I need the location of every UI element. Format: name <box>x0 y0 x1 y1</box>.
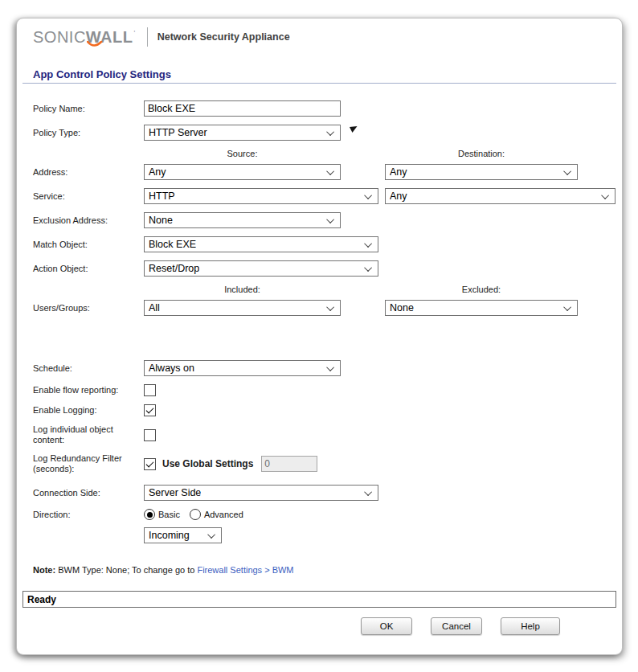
action-object-value: Reset/Drop <box>149 263 199 274</box>
chevron-down-icon <box>364 488 372 496</box>
form-row-policy-type: Policy Type: HTTP Server <box>33 125 622 141</box>
users-groups-included-select[interactable]: All <box>144 300 341 316</box>
users-groups-included-value: All <box>149 302 160 313</box>
mouse-cursor-icon <box>350 126 358 134</box>
chevron-down-icon <box>326 128 334 136</box>
connection-side-value: Server Side <box>149 487 201 498</box>
direction-select[interactable]: Incoming <box>144 527 222 543</box>
direction-value: Incoming <box>149 530 190 541</box>
enable-logging-label: Enable Logging: <box>33 405 144 416</box>
connection-side-label: Connection Side: <box>33 488 144 498</box>
log-redundancy-filter-input[interactable] <box>261 456 317 472</box>
use-global-settings-checkbox[interactable] <box>144 458 156 470</box>
form-row-enable-flow-reporting: Enable flow reporting: <box>33 384 622 396</box>
form-row-action-object: Action Object: Reset/Drop <box>33 260 622 277</box>
chevron-down-icon <box>364 191 372 199</box>
chevron-down-icon <box>364 240 372 248</box>
advanced-radio[interactable] <box>190 509 201 520</box>
form-row-match-object: Match Object: Block EXE <box>33 236 622 252</box>
form-row-schedule: Schedule: Always on <box>33 360 622 376</box>
address-label: Address: <box>33 167 144 178</box>
chevron-down-icon <box>326 215 334 223</box>
users-groups-excluded-select[interactable]: None <box>385 300 578 316</box>
direction-option-basic[interactable]: Basic <box>144 509 180 520</box>
advanced-radio-label: Advanced <box>204 510 243 519</box>
enable-flow-reporting-label: Enable flow reporting: <box>33 385 144 395</box>
chevron-down-icon <box>563 303 571 311</box>
basic-radio[interactable] <box>144 509 155 520</box>
schedule-select[interactable]: Always on <box>144 360 341 376</box>
chevron-down-icon <box>326 303 334 311</box>
ok-button[interactable]: OK <box>361 617 412 635</box>
form-row-enable-logging: Enable Logging: <box>33 404 622 416</box>
policy-type-label: Policy Type: <box>33 128 144 138</box>
note-text: BWM Type: None; To change go to <box>55 565 197 575</box>
chevron-down-icon <box>326 167 334 175</box>
form-row-exclusion-address: Exclusion Address: None <box>33 212 622 228</box>
match-object-label: Match Object: <box>33 240 144 250</box>
source-column-header: Source: <box>144 149 341 158</box>
service-destination-select[interactable]: Any <box>385 188 616 204</box>
logo-text-wall: WALL <box>86 28 133 47</box>
bwm-note: Note: BWM Type: None; To change go to Fi… <box>33 565 622 575</box>
check-icon <box>146 406 154 414</box>
logo-trademark: ' <box>134 29 136 37</box>
form-row-connection-side: Connection Side: Server Side <box>33 485 622 501</box>
exclusion-address-label: Exclusion Address: <box>33 215 144 226</box>
form-row-address: Address: Any Any <box>33 164 622 180</box>
form-row-log-individual-object-content: Log individual object content: <box>33 424 622 445</box>
schedule-label: Schedule: <box>33 363 144 374</box>
action-object-select[interactable]: Reset/Drop <box>144 260 378 277</box>
exclusion-address-select[interactable]: None <box>144 212 341 228</box>
excluded-column-header: Excluded: <box>385 285 578 294</box>
chevron-down-icon <box>326 363 334 371</box>
cancel-button[interactable]: Cancel <box>431 617 482 635</box>
status-bar: Ready <box>22 591 616 608</box>
form-row-service: Service: HTTP Any <box>33 188 622 204</box>
logo-text-sonic: SONIC <box>33 28 86 47</box>
firewall-settings-bwm-link[interactable]: Firewall Settings > BWM <box>197 565 293 575</box>
schedule-value: Always on <box>149 363 194 374</box>
service-source-select[interactable]: HTTP <box>144 188 378 204</box>
address-destination-value: Any <box>390 166 407 178</box>
address-source-select[interactable]: Any <box>144 164 341 180</box>
policy-name-input[interactable] <box>144 100 341 117</box>
form-row-log-redundancy-filter: Log Redundancy Filter (seconds): Use Glo… <box>33 453 622 474</box>
destination-column-header: Destination: <box>385 149 578 158</box>
policy-type-select[interactable]: HTTP Server <box>144 125 341 141</box>
chevron-down-icon <box>601 191 609 199</box>
form-row-policy-name: Policy Name: <box>33 100 622 117</box>
log-individual-object-content-checkbox[interactable] <box>144 429 156 441</box>
policy-type-value: HTTP Server <box>149 127 207 138</box>
service-label: Service: <box>33 191 144 202</box>
included-column-header: Included: <box>144 285 341 294</box>
product-name: Network Security Appliance <box>157 31 290 43</box>
use-global-settings-label: Use Global Settings <box>162 458 253 469</box>
dialog-button-row: OK Cancel Help <box>17 617 622 635</box>
note-prefix: Note: <box>33 565 55 575</box>
chevron-down-icon <box>563 167 571 175</box>
log-individual-object-content-label: Log individual object content: <box>33 424 144 445</box>
match-object-value: Block EXE <box>149 239 196 250</box>
address-destination-select[interactable]: Any <box>385 164 578 180</box>
connection-side-select[interactable]: Server Side <box>144 485 378 501</box>
status-text: Ready <box>27 594 56 605</box>
check-icon <box>146 459 154 467</box>
log-redundancy-filter-label: Log Redundancy Filter (seconds): <box>33 453 144 474</box>
users-groups-excluded-value: None <box>390 302 414 313</box>
policy-name-label: Policy Name: <box>33 104 144 114</box>
help-button[interactable]: Help <box>501 617 560 635</box>
included-excluded-header-row: Included: Excluded: <box>33 285 622 294</box>
form-row-users-groups: Users/Groups: All None <box>33 300 622 316</box>
page-title: App Control Policy Settings <box>33 68 622 80</box>
service-destination-value: Any <box>390 191 407 202</box>
radio-dot-icon <box>147 512 153 518</box>
form-row-direction: Direction: Basic Advanced <box>33 509 622 520</box>
direction-option-advanced[interactable]: Advanced <box>190 509 243 520</box>
address-source-value: Any <box>149 166 166 178</box>
direction-radio-group: Basic Advanced <box>144 509 253 520</box>
source-destination-header-row: Source: Destination: <box>33 149 622 158</box>
enable-flow-reporting-checkbox[interactable] <box>144 384 156 396</box>
enable-logging-checkbox[interactable] <box>144 404 156 416</box>
match-object-select[interactable]: Block EXE <box>144 236 378 252</box>
